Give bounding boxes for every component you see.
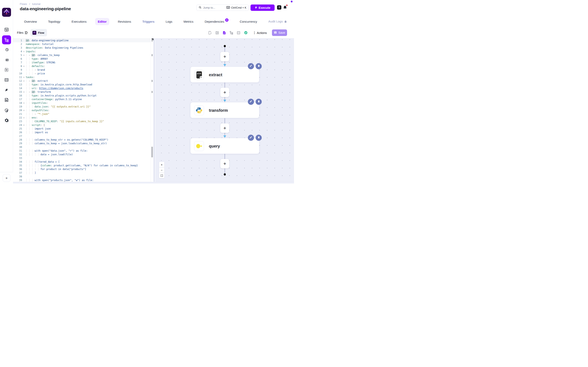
edit-doc-icon[interactable] xyxy=(208,31,212,35)
code-line[interactable]: 33 xyxy=(13,156,153,160)
bell-icon[interactable] xyxy=(283,5,288,10)
zoom-fit-button[interactable] xyxy=(159,173,164,178)
code-line[interactable]: 3description: Data Engineering Pipelines xyxy=(13,46,153,50)
delete-task-button[interactable] xyxy=(256,99,262,105)
code-line[interactable]: 6│ │ type: ARRAY xyxy=(13,57,153,61)
save-button[interactable]: Save xyxy=(272,29,287,36)
kestra-logo[interactable] xyxy=(2,8,11,17)
tab-audit-logs[interactable]: Audit Logs xyxy=(266,18,290,25)
help-button[interactable]: ? xyxy=(277,5,281,10)
code-line[interactable]: 36│ │ │ │ │ for product in data["product… xyxy=(13,167,153,171)
add-task-button[interactable]: + xyxy=(220,52,229,61)
code-line[interactable]: 14│ │ uri: https://dummyjson.com/product… xyxy=(13,86,153,90)
fold-chevron-icon[interactable]: ∨ xyxy=(22,90,26,94)
code-line[interactable]: 35│ │ │ │ │ {column: product.get(column,… xyxy=(13,164,153,167)
jump-to-search[interactable]: Jump to... Ctrl/Cmd + K xyxy=(196,5,249,11)
add-task-button[interactable]: + xyxy=(220,88,229,97)
sidebar-item-security[interactable] xyxy=(2,106,11,115)
code-view-icon[interactable] xyxy=(222,31,226,35)
code-line[interactable]: 37│ │ │ ] xyxy=(13,171,153,175)
code-line[interactable]: 15∨│ - id: transform xyxy=(13,90,153,94)
edit-task-button[interactable] xyxy=(248,99,254,105)
breadcrumb-flows[interactable]: Flows xyxy=(20,2,27,6)
fold-chevron-icon[interactable]: ∨ xyxy=(22,64,26,68)
tab-triggers[interactable]: Triggers xyxy=(140,18,157,25)
add-task-button[interactable]: + xyxy=(220,159,229,168)
code-line[interactable]: 18∨│ │ inputFiles: xyxy=(13,101,153,105)
code-line[interactable]: 12∨│ - id: extract xyxy=(13,79,153,83)
code-line[interactable]: 23│ │ │ COLUMNS_TO_KEEP: "{{ inputs.colu… xyxy=(13,119,153,123)
code-line[interactable]: 1id: data-engineering-pipeline xyxy=(13,39,153,42)
code-line[interactable]: 13│ │ type: io.kestra.plugin.core.http.D… xyxy=(13,83,153,86)
fold-chevron-icon[interactable]: ∨ xyxy=(22,75,26,79)
tab-logs[interactable]: Logs xyxy=(163,18,175,25)
code-line[interactable]: 17│ │ containerImage: python:3.11-alpine xyxy=(13,98,153,101)
fold-chevron-icon[interactable]: ∨ xyxy=(22,101,26,105)
code-line[interactable]: 27 xyxy=(13,134,153,138)
sidebar-item-namespaces[interactable] xyxy=(2,75,11,84)
tab-executions[interactable]: Executions xyxy=(69,18,89,25)
topology-graph[interactable]: ++++ HTTP extract transform query +− xyxy=(155,38,294,182)
code-line[interactable]: 5∨│ - id: columns_to_keep xyxy=(13,53,153,57)
code-line[interactable]: 39│ │ │ with open("products.json", "w") … xyxy=(13,178,153,182)
tab-topology[interactable]: Topology xyxy=(46,18,63,25)
sidebar-item-docs[interactable] xyxy=(2,95,11,104)
code-line[interactable]: 2namespace: tutorial xyxy=(13,42,153,46)
tab-metrics[interactable]: Metrics xyxy=(181,18,196,25)
editor-scrollbar[interactable] xyxy=(151,147,153,157)
code-line[interactable]: 31│ │ │ with open("data.json", "r") as f… xyxy=(13,149,153,153)
panel-list-icon[interactable] xyxy=(237,31,241,35)
execute-button[interactable]: Execute xyxy=(250,5,275,11)
zoom-out-button[interactable]: − xyxy=(159,167,164,173)
code-line[interactable]: 38 xyxy=(13,175,153,178)
split-view-icon[interactable] xyxy=(215,31,219,35)
code-line[interactable]: 11∨tasks: xyxy=(13,75,153,79)
code-line[interactable]: 9│ │ │ - brand xyxy=(13,68,153,72)
validation-check-icon[interactable] xyxy=(244,31,248,35)
breadcrumb[interactable]: Flows / tutorial xyxy=(20,2,40,6)
code-line[interactable]: 26│ │ │ import os xyxy=(13,131,153,134)
flow-file-tab[interactable]: Flow xyxy=(31,29,47,36)
edit-task-button[interactable] xyxy=(248,135,254,141)
code-line[interactable]: 20∨│ │ outputFiles: xyxy=(13,108,153,112)
code-line[interactable]: 7│ │ itemType: STRING xyxy=(13,61,153,64)
fold-chevron-icon[interactable]: ∨ xyxy=(22,108,26,112)
code-line[interactable]: 22∨│ │ env: xyxy=(13,116,153,119)
task-node-extract[interactable]: HTTP extract xyxy=(190,67,259,83)
code-line[interactable]: 29│ │ │ columns_to_keep = json.loads(col… xyxy=(13,142,153,145)
sidebar-item-plugins[interactable] xyxy=(2,85,11,94)
zoom-in-button[interactable]: + xyxy=(159,162,164,167)
task-node-transform[interactable]: transform xyxy=(190,102,259,118)
editor-overview-ruler[interactable] xyxy=(151,38,153,182)
code-line[interactable]: 21│ │ │ - "*.json" xyxy=(13,112,153,116)
code-line[interactable]: 32│ │ │ │ │ data = json.load(file) xyxy=(13,153,153,156)
sidebar-item-settings[interactable] xyxy=(2,116,11,125)
sidebar-item-executions[interactable] xyxy=(2,45,11,54)
actions-button[interactable]: ⋮ Actions xyxy=(253,31,267,34)
delete-task-button[interactable] xyxy=(256,135,262,141)
code-line[interactable]: 25│ │ │ import json xyxy=(13,127,153,131)
delete-task-button[interactable] xyxy=(256,63,262,69)
tab-concurrency[interactable]: Concurrency xyxy=(237,18,260,25)
tab-editor[interactable]: Editor xyxy=(95,18,109,25)
code-line[interactable]: 19│ │ │ data.json: "{{ outputs.extract.u… xyxy=(13,105,153,108)
code-line[interactable]: 30 xyxy=(13,145,153,149)
tab-overview[interactable]: Overview xyxy=(21,18,40,25)
task-node-query[interactable]: query xyxy=(190,138,259,154)
breadcrumb-namespace[interactable]: tutorial xyxy=(32,2,41,6)
code-line[interactable]: 10│ │ │ - price xyxy=(13,72,153,75)
fold-chevron-icon[interactable]: ∨ xyxy=(22,53,26,57)
code-line[interactable]: 4∨inputs: xyxy=(13,50,153,53)
code-line[interactable]: 24∨│ │ script: | xyxy=(13,123,153,127)
sidebar-item-dashboard[interactable] xyxy=(2,25,11,34)
tree-view-icon[interactable] xyxy=(229,31,234,35)
add-task-button[interactable]: + xyxy=(220,123,229,133)
fold-chevron-icon[interactable]: ∨ xyxy=(22,50,26,53)
edit-task-button[interactable] xyxy=(248,63,254,69)
code-line[interactable]: 34│ │ │ filtered_data = [ xyxy=(13,160,153,164)
sidebar-item-blueprints[interactable] xyxy=(2,65,11,74)
file-tree-toggle-icon[interactable] xyxy=(25,31,28,35)
sidebar-expand-button[interactable]: » xyxy=(3,174,10,182)
tab-dependencies[interactable]: Dependencies0 xyxy=(202,18,231,25)
code-line[interactable]: 8∨│ │ defaults: xyxy=(13,64,153,68)
